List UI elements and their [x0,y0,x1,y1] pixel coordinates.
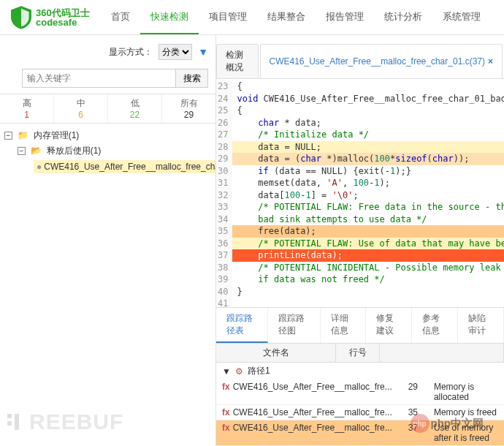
code-editor[interactable]: 2324252627282930313233343536373839404142… [216,79,504,307]
code-line: /* Initialize data */ [232,129,504,141]
display-mode-select[interactable]: 分类 [159,44,192,60]
logo: 360代码卫士 codesafe [0,6,101,29]
bottom-tab-0[interactable]: 跟踪路径表 [216,308,268,343]
code-line: } [232,286,504,298]
trace-row[interactable]: fxCWE416_Use_After_Free__malloc_fre...37… [216,420,504,446]
logo-text-cn: 360代码卫士 [36,8,90,18]
tree-node-l1[interactable]: − 📁 内存管理(1) [1,128,214,143]
code-line: { [232,80,504,93]
nav-item-2[interactable]: 项目管理 [199,0,257,34]
code-line: data[100-1] = '\0'; [232,189,504,202]
severity-stats: 高1中6低22所有29 [0,94,215,124]
bottom-tab-2[interactable]: 详细信息 [321,308,367,343]
search-button[interactable]: 搜索 [176,69,208,88]
nav-item-1[interactable]: 快速检测 [140,0,199,34]
col-header-desc [380,344,504,362]
bottom-tabs: 跟踪路径表跟踪路径图详细信息修复建议参考信息缺陷审计 [216,307,504,344]
collapse-icon[interactable]: − [4,132,12,140]
filter-icon[interactable]: ▼ [198,46,208,58]
code-line: /* POTENTIAL FLAW: Free data in the sour… [232,201,504,213]
code-line: char * data; [232,117,504,129]
stat-高[interactable]: 高1 [0,94,54,123]
content: 检测概况 CWE416_Use_After_Free__malloc_free_… [216,35,504,446]
top-nav: 首页快速检测项目管理结果整合报告管理统计分析系统管理 [101,0,491,34]
code-line: printLine(data); [232,249,504,262]
stat-所有[interactable]: 所有29 [162,94,215,123]
code-line [232,298,504,307]
col-header-file[interactable]: 文件名 [216,344,336,362]
collapse-icon[interactable]: − [18,147,26,155]
tree-node-l2[interactable]: − 📂 释放后使用(1) [1,143,214,159]
bullet-icon: ● [37,162,42,172]
nav-item-4[interactable]: 报告管理 [316,0,374,34]
code-line: { [232,105,504,117]
tab-file[interactable]: CWE416_Use_After_Free__malloc_free_char_… [260,44,503,78]
code-line: data = NULL; [232,141,504,154]
header: 360代码卫士 codesafe 首页快速检测项目管理结果整合报告管理统计分析系… [0,0,504,35]
expand-icon[interactable]: ▼ [222,366,231,377]
nav-item-6[interactable]: 系统管理 [432,0,491,34]
nav-item-5[interactable]: 统计分析 [374,0,432,34]
line-gutter: 2324252627282930313233343536373839404142… [216,80,232,307]
stat-低[interactable]: 低22 [108,94,162,123]
defect-tree: − 📁 内存管理(1) − 📂 释放后使用(1) ●CWE416_Use_Aft… [0,124,215,179]
code-lines: {void CWE416_Use_After_Free__malloc_free… [232,80,504,307]
tree-leaf[interactable]: ●CWE416_Use_After_Free__malloc_free_char… [1,159,214,175]
folder-open-icon: 📂 [31,145,42,156]
code-line: if data was not freed */ [232,273,504,286]
display-mode-label: 显示方式： [109,46,153,58]
nav-item-0[interactable]: 首页 [101,0,140,34]
code-line: bad sink attempts to use data */ [232,213,504,226]
tab-overview[interactable]: 检测概况 [216,44,259,78]
close-icon[interactable]: × [488,56,493,67]
code-line: free(data); [232,225,504,238]
trace-row[interactable]: fxCWE416_Use_After_Free__malloc_fre...29… [216,379,504,405]
code-line: memset(data, 'A', 100-1); [232,177,504,189]
file-tabs: 检测概况 CWE416_Use_After_Free__malloc_free_… [216,44,504,79]
col-header-line[interactable]: 行号 [336,344,380,362]
sidebar: 显示方式： 分类 ▼ 搜索 高1中6低22所有29 − 📁 内存管理(1) − … [0,35,216,446]
bottom-tab-3[interactable]: 修复建议 [366,308,412,343]
nav-item-3[interactable]: 结果整合 [257,0,316,34]
search-input[interactable] [22,69,176,88]
code-line: void CWE416_Use_After_Free__malloc_free_… [232,93,504,105]
trace-row[interactable]: fxCWE416_Use_After_Free__malloc_fre...35… [216,405,504,420]
logo-text-en: codesafe [36,18,90,27]
bottom-tab-5[interactable]: 缺陷审计 [458,308,504,343]
trace-path-row[interactable]: ▼ ⚙ 路径1 [216,363,504,379]
folder-icon: 📁 [18,130,28,140]
trace-table: 文件名 行号 ▼ ⚙ 路径1 fxCWE416_Use_After_Free__… [216,344,504,446]
code-line: if (data == NULL) {exit(-1);} [232,165,504,178]
bottom-tab-4[interactable]: 参考信息 [412,308,458,343]
code-line: /* POTENTIAL FLAW: Use of data that may … [232,238,504,250]
bottom-tab-1[interactable]: 跟踪路径图 [268,308,320,343]
shield-icon [11,6,31,29]
code-line: data = (char *)malloc(100*sizeof(char)); [232,153,504,165]
stat-中[interactable]: 中6 [54,94,108,123]
code-line: /* POTENTIAL INCIDENTAL - Possible memor… [232,262,504,274]
path-icon: ⚙ [235,366,243,377]
